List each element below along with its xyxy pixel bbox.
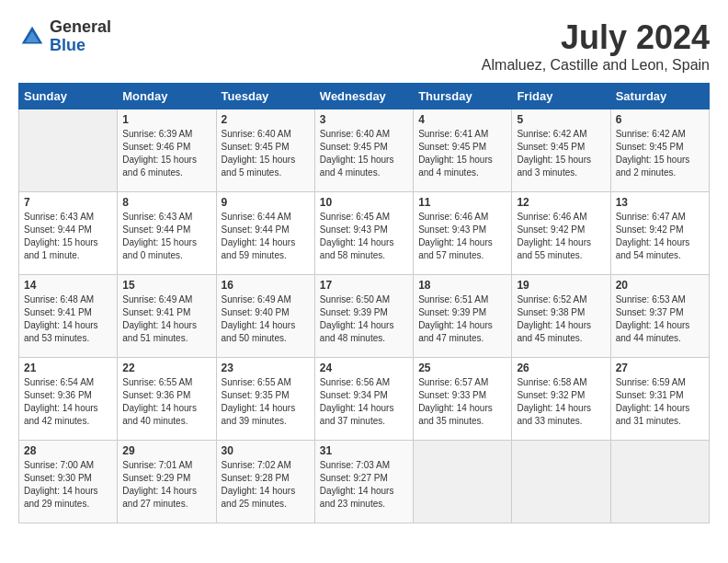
column-header-monday: Monday [118,84,216,109]
calendar-cell: 25Sunrise: 6:57 AM Sunset: 9:33 PM Dayli… [414,358,512,441]
day-number: 15 [122,279,210,292]
calendar-cell: 24Sunrise: 6:56 AM Sunset: 9:34 PM Dayli… [314,358,413,441]
day-number: 21 [24,362,112,374]
calendar-cell: 4Sunrise: 6:41 AM Sunset: 9:45 PM Daylig… [414,109,512,192]
logo-general: General [50,18,111,37]
day-info: Sunrise: 6:55 AM Sunset: 9:35 PM Dayligh… [222,376,310,428]
logo: General Blue [18,18,111,55]
day-info: Sunrise: 6:40 AM Sunset: 9:45 PM Dayligh… [222,128,310,179]
calendar-cell: 8Sunrise: 6:43 AM Sunset: 9:44 PM Daylig… [118,192,216,275]
calendar-cell [610,441,709,523]
calendar-cell: 11Sunrise: 6:46 AM Sunset: 9:43 PM Dayli… [414,192,512,275]
calendar-cell: 17Sunrise: 6:50 AM Sunset: 9:39 PM Dayli… [314,275,413,358]
column-header-thursday: Thursday [414,84,512,109]
day-number: 10 [320,196,408,209]
calendar-cell: 2Sunrise: 6:40 AM Sunset: 9:45 PM Daylig… [216,109,314,192]
calendar-table: SundayMondayTuesdayWednesdayThursdayFrid… [18,83,710,523]
logo-blue: Blue [50,37,111,55]
day-number: 17 [320,279,408,292]
day-info: Sunrise: 6:58 AM Sunset: 9:32 PM Dayligh… [517,376,605,428]
day-number: 19 [517,279,605,292]
location-subtitle: Almaluez, Castille and Leon, Spain [482,57,710,74]
calendar-cell: 31Sunrise: 7:03 AM Sunset: 9:27 PM Dayli… [314,441,413,523]
day-number: 14 [24,279,112,292]
calendar-cell: 10Sunrise: 6:45 AM Sunset: 9:43 PM Dayli… [314,192,413,275]
calendar-cell: 20Sunrise: 6:53 AM Sunset: 9:37 PM Dayli… [610,275,709,358]
calendar-cell: 21Sunrise: 6:54 AM Sunset: 9:36 PM Dayli… [19,358,118,441]
calendar-cell: 6Sunrise: 6:42 AM Sunset: 9:45 PM Daylig… [610,109,709,192]
day-info: Sunrise: 6:42 AM Sunset: 9:45 PM Dayligh… [616,128,704,179]
calendar-cell: 12Sunrise: 6:46 AM Sunset: 9:42 PM Dayli… [512,192,610,275]
day-info: Sunrise: 6:52 AM Sunset: 9:38 PM Dayligh… [517,293,605,345]
day-number: 8 [122,196,210,209]
calendar-header-row: SundayMondayTuesdayWednesdayThursdayFrid… [19,84,710,109]
calendar-cell: 29Sunrise: 7:01 AM Sunset: 9:29 PM Dayli… [118,441,216,523]
calendar-cell: 1Sunrise: 6:39 AM Sunset: 9:46 PM Daylig… [118,109,216,192]
calendar-cell: 14Sunrise: 6:48 AM Sunset: 9:41 PM Dayli… [19,275,118,358]
day-info: Sunrise: 6:57 AM Sunset: 9:33 PM Dayligh… [418,376,506,428]
day-number: 31 [320,444,408,457]
calendar-cell: 22Sunrise: 6:55 AM Sunset: 9:36 PM Dayli… [118,358,216,441]
day-number: 3 [320,113,408,126]
month-year-title: July 2024 [482,18,710,57]
day-info: Sunrise: 6:49 AM Sunset: 9:41 PM Dayligh… [122,293,210,345]
day-number: 11 [418,196,506,209]
calendar-week-row: 14Sunrise: 6:48 AM Sunset: 9:41 PM Dayli… [19,275,710,358]
day-info: Sunrise: 6:46 AM Sunset: 9:43 PM Dayligh… [418,211,506,262]
day-info: Sunrise: 7:01 AM Sunset: 9:29 PM Dayligh… [122,459,210,511]
day-info: Sunrise: 6:54 AM Sunset: 9:36 PM Dayligh… [24,376,112,428]
day-info: Sunrise: 6:49 AM Sunset: 9:40 PM Dayligh… [222,293,310,345]
day-number: 25 [418,362,506,374]
logo-icon [18,23,46,51]
calendar-cell [414,441,512,523]
day-number: 6 [616,113,704,126]
day-info: Sunrise: 6:47 AM Sunset: 9:42 PM Dayligh… [616,211,704,262]
calendar-cell: 18Sunrise: 6:51 AM Sunset: 9:39 PM Dayli… [414,275,512,358]
column-header-wednesday: Wednesday [314,84,413,109]
calendar-cell: 15Sunrise: 6:49 AM Sunset: 9:41 PM Dayli… [118,275,216,358]
column-header-sunday: Sunday [19,84,118,109]
calendar-cell [19,109,118,192]
calendar-cell: 3Sunrise: 6:40 AM Sunset: 9:45 PM Daylig… [314,109,413,192]
day-number: 7 [24,196,112,209]
day-number: 23 [222,362,310,374]
day-number: 4 [418,113,506,126]
day-number: 18 [418,279,506,292]
day-number: 26 [517,362,605,374]
day-info: Sunrise: 6:45 AM Sunset: 9:43 PM Dayligh… [320,211,408,262]
calendar-cell: 19Sunrise: 6:52 AM Sunset: 9:38 PM Dayli… [512,275,610,358]
day-info: Sunrise: 6:44 AM Sunset: 9:44 PM Dayligh… [222,211,310,262]
calendar-week-row: 21Sunrise: 6:54 AM Sunset: 9:36 PM Dayli… [19,358,710,441]
calendar-cell [512,441,610,523]
day-number: 16 [222,279,310,292]
calendar-cell: 16Sunrise: 6:49 AM Sunset: 9:40 PM Dayli… [216,275,314,358]
day-info: Sunrise: 6:59 AM Sunset: 9:31 PM Dayligh… [616,376,704,428]
day-info: Sunrise: 6:43 AM Sunset: 9:44 PM Dayligh… [24,211,112,262]
day-info: Sunrise: 6:41 AM Sunset: 9:45 PM Dayligh… [418,128,506,179]
column-header-tuesday: Tuesday [216,84,314,109]
day-info: Sunrise: 6:39 AM Sunset: 9:46 PM Dayligh… [122,128,210,179]
calendar-week-row: 7Sunrise: 6:43 AM Sunset: 9:44 PM Daylig… [19,192,710,275]
calendar-cell: 9Sunrise: 6:44 AM Sunset: 9:44 PM Daylig… [216,192,314,275]
day-info: Sunrise: 7:00 AM Sunset: 9:30 PM Dayligh… [24,459,112,511]
day-number: 22 [122,362,210,374]
day-number: 12 [517,196,605,209]
day-number: 27 [616,362,704,374]
title-block: July 2024 Almaluez, Castille and Leon, S… [482,18,710,74]
calendar-cell: 30Sunrise: 7:02 AM Sunset: 9:28 PM Dayli… [216,441,314,523]
day-number: 24 [320,362,408,374]
day-info: Sunrise: 6:53 AM Sunset: 9:37 PM Dayligh… [616,293,704,345]
day-info: Sunrise: 6:56 AM Sunset: 9:34 PM Dayligh… [320,376,408,428]
day-number: 5 [517,113,605,126]
day-info: Sunrise: 6:50 AM Sunset: 9:39 PM Dayligh… [320,293,408,345]
day-info: Sunrise: 6:48 AM Sunset: 9:41 PM Dayligh… [24,293,112,345]
calendar-week-row: 1Sunrise: 6:39 AM Sunset: 9:46 PM Daylig… [19,109,710,192]
calendar-week-row: 28Sunrise: 7:00 AM Sunset: 9:30 PM Dayli… [19,441,710,523]
day-info: Sunrise: 6:51 AM Sunset: 9:39 PM Dayligh… [418,293,506,345]
calendar-cell: 27Sunrise: 6:59 AM Sunset: 9:31 PM Dayli… [610,358,709,441]
calendar-cell: 5Sunrise: 6:42 AM Sunset: 9:45 PM Daylig… [512,109,610,192]
logo-text: General Blue [50,18,111,55]
day-number: 28 [24,444,112,457]
day-number: 13 [616,196,704,209]
day-number: 2 [222,113,310,126]
